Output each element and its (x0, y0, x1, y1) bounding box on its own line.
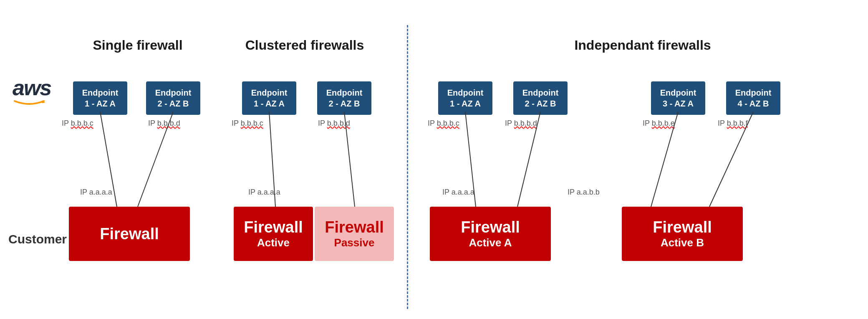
ind-ip-bbe: IP b.b.b.e (643, 119, 675, 128)
ind-ip-bbc: IP b.b.b.c (428, 119, 459, 128)
single-ip-aaa: IP a.a.a.a (80, 188, 112, 197)
clustered-ip-aaa: IP a.a.a.a (248, 188, 280, 197)
single-firewall-box: Firewall (69, 207, 190, 261)
section-divider (407, 25, 408, 309)
single-endpoint-2: Endpoint 2 - AZ B (146, 81, 200, 115)
single-ip-bbd: IP b.b.b.d (148, 119, 180, 128)
single-ip-bbc: IP b.b.b.c (62, 119, 93, 128)
aws-logo: aws (13, 75, 51, 108)
ind-ip-bbf: IP b.b.b.f (718, 119, 748, 128)
independent-endpoint-1: Endpoint 1 - AZ A (438, 81, 492, 115)
independent-firewall-active-a: Firewall Active A (430, 207, 551, 261)
independent-endpoint-4: Endpoint 4 - AZ B (726, 81, 780, 115)
ind-ip-aaa: IP a.a.a.a (442, 188, 474, 197)
clustered-ip-bbc: IP b.b.b.c (232, 119, 263, 128)
ind-ip-aab: IP a.a.b.b (568, 188, 600, 197)
single-endpoint-1: Endpoint 1 - AZ A (73, 81, 127, 115)
clustered-endpoint-2: Endpoint 2 - AZ B (317, 81, 371, 115)
ind-ip-bbd: IP b.b.b.d (505, 119, 537, 128)
clustered-firewalls-title: Clustered firewalls (221, 38, 388, 53)
independent-endpoint-2: Endpoint 2 - AZ B (513, 81, 568, 115)
clustered-endpoint-1: Endpoint 1 - AZ A (242, 81, 296, 115)
independent-firewalls-title: Independant firewalls (421, 38, 864, 53)
independent-endpoint-3: Endpoint 3 - AZ A (651, 81, 705, 115)
single-firewall-title: Single firewall (67, 38, 209, 53)
clustered-firewall-active: Firewall Active (234, 207, 313, 261)
clustered-ip-bbd: IP b.b.b.d (318, 119, 350, 128)
aws-smile-icon (13, 99, 46, 106)
clustered-firewall-passive: Firewall Passive (315, 207, 394, 261)
independent-firewall-active-b: Firewall Active B (622, 207, 743, 261)
aws-text: aws (13, 75, 51, 100)
